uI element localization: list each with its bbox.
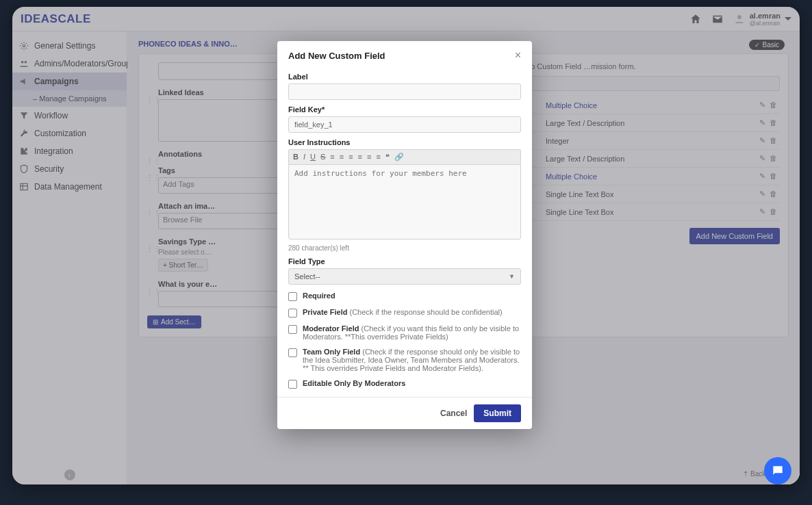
label-input[interactable] (288, 83, 521, 100)
sidebar-item-data[interactable]: Data Management (12, 178, 127, 196)
sidebar-item-security[interactable]: Security (12, 160, 127, 178)
delete-icon[interactable]: 🗑 (770, 118, 777, 127)
align-justify-icon[interactable]: ≡ (376, 153, 380, 161)
sidebar-sub-manage-campaigns[interactable]: – Manage Campaigns (12, 90, 127, 107)
cancel-button[interactable]: Cancel (440, 404, 467, 422)
delete-icon[interactable]: 🗑 (770, 172, 777, 181)
svg-point-1 (23, 44, 25, 47)
delete-icon[interactable]: 🗑 (770, 136, 777, 145)
home-icon[interactable] (689, 13, 702, 25)
sidebar-item-label: Workflow (34, 111, 68, 120)
list-ul-icon[interactable]: ≡ (340, 153, 344, 161)
bold-icon[interactable]: B (293, 153, 299, 161)
user-name: al.emran (750, 12, 781, 20)
char-counter: 280 character(s) left (288, 244, 521, 252)
user-menu[interactable]: al.emran @al.emran (733, 12, 791, 27)
list-ol-icon[interactable]: ≡ (330, 153, 334, 161)
edit-icon[interactable]: ✎ (759, 172, 765, 181)
instructions-label: User Instructions (288, 138, 521, 146)
megaphone-icon (19, 77, 29, 86)
table-icon (19, 182, 29, 192)
align-center-icon[interactable]: ≡ (358, 153, 362, 161)
instructions-input[interactable] (288, 164, 521, 239)
edit-icon[interactable]: ✎ (759, 118, 765, 127)
sidebar-item-label: General Settings (34, 41, 95, 51)
brand-logo: IDEASCALE (21, 12, 91, 26)
delete-icon[interactable]: 🗑 (770, 154, 777, 163)
delete-icon[interactable]: 🗑 (770, 207, 777, 216)
svg-point-3 (25, 61, 27, 64)
drag-handle-icon[interactable]: ⋮⋮ (146, 211, 161, 216)
sidebar-item-label: Integration (34, 146, 73, 156)
chevron-down-icon (785, 17, 791, 21)
user-handle: @al.emran (750, 20, 781, 27)
delete-icon[interactable]: 🗑 (770, 190, 777, 198)
add-section-button[interactable]: ⊞ Add Sect… (147, 315, 201, 328)
puzzle-icon (19, 146, 29, 156)
sidebar-item-campaigns[interactable]: Campaigns (12, 73, 127, 90)
funnel-icon (19, 111, 29, 120)
people-icon (19, 59, 29, 68)
chat-launcher[interactable] (764, 457, 791, 484)
drag-handle-icon[interactable]: ⋮⋮ (146, 176, 161, 180)
sidebar-item-label: Security (34, 164, 64, 174)
gear-icon (19, 41, 29, 51)
sidebar: General Settings Admins/Moderators/Group… (12, 31, 127, 484)
moderator-checkbox[interactable]: Moderator Field (Check if you want this … (288, 324, 521, 341)
svg-rect-4 (21, 183, 28, 190)
modal-title: Add New Custom Field (288, 51, 385, 61)
drag-handle-icon[interactable]: ⋮⋮ (146, 159, 161, 164)
rte-toolbar: B I U S ≡ ≡ ≡ ≡ ≡ ≡ ❝ 🔗 (288, 149, 521, 164)
sidebar-item-label: Admins/Moderators/Groups (34, 59, 135, 68)
edit-icon[interactable]: ✎ (759, 136, 765, 145)
shield-icon (19, 164, 29, 174)
sidebar-item-admins[interactable]: Admins/Moderators/Groups (12, 55, 127, 73)
submit-button[interactable]: Submit (474, 404, 521, 422)
sidebar-item-general[interactable]: General Settings (12, 37, 127, 55)
edit-icon[interactable]: ✎ (759, 101, 765, 109)
drag-handle-icon[interactable]: ⋮⋮ (146, 289, 161, 294)
editable-checkbox[interactable]: Editable Only By Moderators (288, 379, 521, 389)
edit-icon[interactable]: ✎ (759, 207, 765, 216)
mail-icon[interactable] (711, 13, 724, 25)
align-right-icon[interactable]: ≡ (367, 153, 371, 161)
label-label: Label (288, 73, 521, 81)
delete-icon[interactable]: 🗑 (770, 101, 777, 109)
avatar-icon (733, 13, 746, 25)
short-term-chip[interactable]: + Short Ter… (158, 259, 208, 272)
sidebar-item-customization[interactable]: Customization (12, 125, 127, 142)
drag-handle-icon[interactable]: ⋮⋮ (146, 247, 161, 251)
drag-handle-icon[interactable]: ⋮⋮ (146, 98, 161, 102)
svg-point-2 (21, 61, 24, 64)
sidebar-item-label: Data Management (34, 182, 102, 192)
fieldtype-select[interactable]: Select-- ▼ (288, 268, 521, 285)
quote-icon[interactable]: ❝ (385, 153, 390, 161)
add-custom-field-button[interactable]: Add New Custom Field (689, 228, 781, 244)
private-checkbox[interactable]: Private Field (Check if the response sho… (288, 308, 521, 318)
teamonly-checkbox[interactable]: Team Only Field (Check if the response s… (288, 348, 521, 372)
plan-badge: Basic (749, 40, 785, 50)
fieldtype-label: Field Type (288, 257, 521, 266)
edit-icon[interactable]: ✎ (759, 190, 765, 198)
required-checkbox[interactable]: Required (288, 292, 521, 301)
sidebar-item-workflow[interactable]: Workflow (12, 107, 127, 125)
sidebar-collapse[interactable]: ‹ (64, 469, 75, 480)
chat-icon (771, 464, 785, 478)
close-icon[interactable]: × (515, 49, 521, 62)
edit-icon[interactable]: ✎ (759, 154, 765, 163)
fieldkey-input[interactable] (288, 116, 521, 133)
underline-icon[interactable]: U (310, 153, 316, 161)
sidebar-item-label: Customization (34, 129, 86, 138)
strike-icon[interactable]: S (320, 153, 325, 161)
sidebar-item-label: Campaigns (34, 77, 79, 86)
italic-icon[interactable]: I (303, 153, 305, 161)
fieldkey-label: Field Key* (288, 105, 521, 114)
chevron-down-icon: ▼ (509, 273, 515, 280)
top-bar: IDEASCALE al.emran @al.emran (12, 7, 800, 31)
sidebar-item-integration[interactable]: Integration (12, 142, 127, 160)
wrench-icon (19, 129, 29, 138)
add-custom-field-modal: Add New Custom Field × Label Field Key* … (277, 41, 532, 429)
align-left-icon[interactable]: ≡ (348, 153, 353, 161)
link-icon[interactable]: 🔗 (394, 153, 404, 161)
svg-point-0 (737, 15, 741, 19)
